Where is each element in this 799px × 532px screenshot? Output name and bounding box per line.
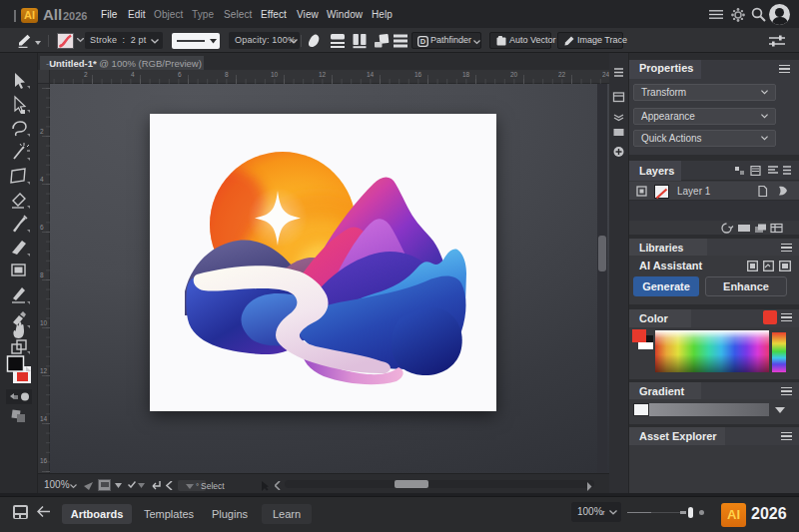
svg-text:8: 8 bbox=[225, 71, 229, 78]
svg-text:18: 18 bbox=[462, 71, 470, 78]
svg-text:14: 14 bbox=[367, 71, 375, 78]
svg-text:6: 6 bbox=[178, 71, 182, 78]
svg-text:2: 2 bbox=[40, 128, 44, 135]
svg-text:22: 22 bbox=[558, 71, 566, 78]
svg-text:20: 20 bbox=[510, 71, 518, 78]
svg-text:10: 10 bbox=[271, 71, 279, 78]
svg-text:16: 16 bbox=[40, 457, 48, 464]
svg-text:4: 4 bbox=[131, 71, 135, 78]
svg-text:2: 2 bbox=[84, 71, 88, 78]
svg-text:14: 14 bbox=[40, 415, 48, 422]
svg-text:24: 24 bbox=[602, 71, 609, 78]
svg-text:12: 12 bbox=[40, 367, 48, 374]
svg-text:6: 6 bbox=[40, 224, 44, 231]
svg-text:4: 4 bbox=[40, 176, 44, 183]
svg-text:12: 12 bbox=[319, 71, 327, 78]
svg-text:8: 8 bbox=[40, 271, 44, 278]
svg-text:10: 10 bbox=[40, 319, 48, 326]
svg-text:16: 16 bbox=[414, 71, 422, 78]
svg-text:D: D bbox=[420, 37, 426, 46]
